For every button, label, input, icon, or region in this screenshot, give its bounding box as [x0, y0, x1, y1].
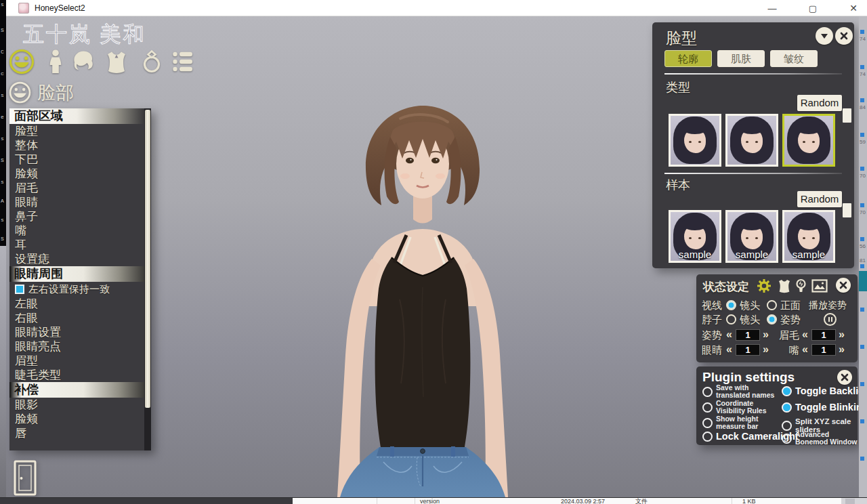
menu-item-face-shape[interactable]: 脸型	[9, 124, 144, 138]
eye-stepper-label: 眼睛	[702, 344, 722, 357]
close-button[interactable]: ✕	[838, 0, 867, 16]
menu-item-eyes[interactable]: 眼睛	[9, 195, 144, 209]
option-save-translated[interactable]: Save with translated names	[702, 384, 778, 399]
file-size-cell: 1 KB	[742, 498, 756, 504]
mouth-inc-icon[interactable]: »	[839, 343, 845, 356]
tab-skin[interactable]: 肌肤	[717, 50, 765, 67]
menu-item-right-eye[interactable]: 右眼	[9, 311, 144, 325]
menu-item-ear[interactable]: 耳	[9, 238, 144, 252]
menu-item-overall[interactable]: 整体	[9, 138, 144, 152]
menu-item-eye-settings[interactable]: 眼睛设置	[9, 325, 144, 339]
clothes-state-icon[interactable]	[776, 278, 792, 294]
edge-num: 56	[860, 243, 866, 249]
option-coordinate-visibility[interactable]: Coordinate Visibility Rules	[702, 400, 778, 415]
clothes-category-icon[interactable]	[103, 47, 130, 76]
edge-num: 70	[860, 173, 866, 179]
face-shape-panel: 脸型 轮廓 肌肤 皱纹 类型 Random 样本 Random sample	[652, 22, 854, 268]
tab-wrinkles[interactable]: 皱纹	[770, 50, 818, 67]
edge-num: 70	[860, 209, 866, 215]
close-status-panel-icon[interactable]	[836, 278, 851, 293]
edge-num: 74	[860, 71, 866, 77]
option-height-measure[interactable]: Show height measure bar	[702, 415, 778, 430]
eye-dec-icon[interactable]: «	[726, 343, 732, 356]
eye-inc-icon[interactable]: »	[763, 343, 769, 356]
face-sample-thumbnail-1[interactable]: sample	[669, 210, 721, 263]
radio-off-icon	[782, 434, 792, 444]
option-toggle-backlight[interactable]: Toggle Backlight	[782, 385, 867, 396]
random-type-button[interactable]: Random	[797, 95, 842, 111]
option-advanced-bonemod[interactable]: Advanced Bonemod Window	[782, 431, 858, 446]
picture-icon[interactable]	[811, 279, 828, 293]
tab-contour[interactable]: 轮廓	[664, 50, 712, 67]
menu-item-lash-type[interactable]: 睫毛类型	[9, 368, 144, 382]
maximize-button[interactable]: ▢	[797, 0, 828, 16]
neck-pose-radio[interactable]	[767, 314, 777, 324]
gear-icon[interactable]	[756, 278, 772, 294]
body-category-icon[interactable]	[42, 47, 69, 76]
neck-camera-radio[interactable]	[726, 314, 736, 324]
edge-num: 81	[860, 257, 866, 264]
menu-scrollbar-track[interactable]	[144, 108, 151, 450]
menu-item-mole[interactable]: 设置痣	[9, 252, 144, 266]
menu-item-eye-highlight[interactable]: 眼睛亮点	[9, 339, 144, 354]
gaze-camera-radio[interactable]	[726, 300, 736, 310]
accessory-category-icon[interactable]	[138, 47, 165, 76]
menu-item-eyeshadow[interactable]: 眼影	[9, 398, 144, 412]
menu-item-cheeks[interactable]: 脸颊	[9, 167, 144, 181]
menu-item-brow-type[interactable]: 眉型	[9, 354, 144, 368]
menu-item-mouth[interactable]: 嘴	[9, 224, 144, 238]
sample-scrollbar-thumb[interactable]	[843, 203, 851, 217]
menu-item-lip[interactable]: 唇	[9, 426, 144, 440]
radio-off-icon	[702, 432, 713, 442]
pose-dec-icon[interactable]: «	[726, 329, 732, 341]
menu-scrollbar-thumb[interactable]	[145, 110, 150, 408]
random-sample-button[interactable]: Random	[797, 191, 842, 207]
menu-item-left-eye[interactable]: 左眼	[9, 297, 144, 311]
background-window-sliver: s S C c s e s S s A s S	[0, 0, 6, 246]
edge-text: s	[1, 217, 4, 223]
sync-left-right-checkbox[interactable]: 左右设置保持一致	[9, 282, 144, 297]
brow-inc-icon[interactable]: »	[839, 329, 845, 341]
close-plugin-panel-icon[interactable]	[837, 370, 852, 385]
gaze-front-radio[interactable]	[767, 300, 777, 310]
list-category-icon[interactable]	[169, 47, 196, 76]
eye-value: 1	[736, 344, 760, 356]
pose-inc-icon[interactable]: »	[763, 329, 769, 341]
radio-off-icon	[702, 402, 713, 413]
face-sample-thumbnail-3[interactable]: sample	[782, 210, 835, 263]
edge-text: c	[1, 70, 4, 77]
face-type-thumbnail-3-selected[interactable]	[782, 114, 835, 167]
collapse-panel-button[interactable]	[816, 27, 833, 45]
sample-section-label: 样本	[666, 177, 690, 193]
option-label: Advanced Bonemod Window	[795, 431, 858, 446]
menu-item-chin[interactable]: 下巴	[9, 152, 144, 167]
hair-category-icon[interactable]	[69, 47, 96, 76]
file-name-cell: version	[420, 498, 440, 504]
face-menu-panel: 面部区域 脸型 整体 下巴 脸颊 眉毛 眼睛 鼻子 嘴 耳 设置痣 眼睛周围 左…	[9, 108, 151, 450]
brow-dec-icon[interactable]: «	[802, 329, 808, 341]
edge-text: s	[1, 1, 4, 7]
menu-item-blush[interactable]: 脸颊	[9, 412, 144, 426]
exit-door-button[interactable]	[12, 459, 39, 497]
menu-item-eyebrows[interactable]: 眉毛	[9, 181, 144, 195]
face-sample-thumbnail-2[interactable]: sample	[725, 210, 778, 263]
background-explorer-strip[interactable]: version 2024.03.09 2:57 文件 1 KB	[0, 497, 867, 504]
menu-item-nose[interactable]: 鼻子	[9, 209, 144, 224]
mouth-dec-icon[interactable]: «	[802, 343, 808, 356]
option-toggle-blinking[interactable]: Toggle Blinking	[782, 402, 867, 413]
minimize-button[interactable]: —	[757, 0, 788, 16]
face-type-thumbnail-2[interactable]	[725, 114, 778, 167]
sample-caption: sample	[671, 249, 719, 260]
face-type-thumbnail-1[interactable]	[669, 114, 721, 167]
title-bar: HoneySelect2 — ▢ ✕	[6, 0, 867, 16]
close-panel-icon[interactable]	[835, 27, 853, 45]
face-category-icon[interactable]	[8, 47, 35, 76]
lightbulb-icon[interactable]	[795, 278, 807, 295]
divider	[664, 173, 842, 174]
type-scrollbar-thumb[interactable]	[843, 108, 851, 123]
edge-text: e	[1, 114, 4, 120]
cutoff-slider-panel-sliver: 74 74 84 59 70 70 56 81	[859, 16, 867, 497]
face-smiley-icon	[8, 81, 32, 104]
edge-num: 74	[860, 36, 866, 42]
pause-pose-button[interactable]	[824, 313, 837, 326]
